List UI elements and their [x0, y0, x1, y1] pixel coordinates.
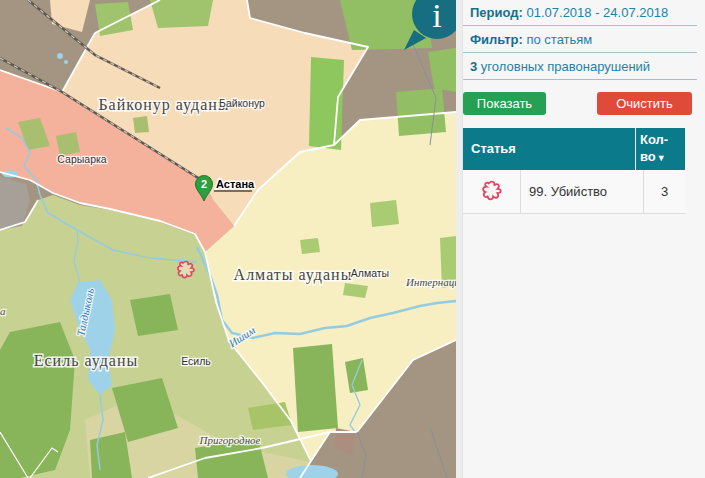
place-label-edge-cut: а	[0, 305, 6, 317]
clear-button[interactable]: Очистить	[597, 92, 692, 115]
violations-count-text: уголовных правонарушений	[481, 59, 650, 74]
filter-value: по статьям	[526, 32, 592, 47]
place-label-esil: Есиль	[181, 355, 211, 367]
table-header: Статья Кол-во▼	[463, 128, 685, 170]
count-cell: 3	[644, 170, 685, 213]
column-header-article: Статья	[463, 128, 635, 170]
action-buttons: Показать Очистить	[463, 81, 705, 126]
side-panel: Период: 01.07.2018 - 24.07.2018 Фильтр: …	[463, 0, 705, 478]
table-row[interactable]: 99. Убийство 3	[463, 170, 685, 214]
info-icon: i	[432, 0, 441, 34]
show-button[interactable]: Показать	[463, 92, 546, 115]
place-label-saryarka: Сарыарка	[57, 153, 106, 165]
place-label-prigorodnoe: Пригородное	[199, 434, 261, 446]
capital-label-astana: Астана	[216, 178, 255, 190]
marker-count: 2	[201, 178, 207, 190]
map[interactable]: Байконур ауданы Байконур Сарыарка Алматы…	[0, 0, 456, 478]
panel-scroll-strip[interactable]	[456, 0, 463, 478]
article-cell: 99. Убийство	[521, 170, 644, 213]
articles-table: Статья Кол-во▼ 99. Убийство 3	[463, 128, 685, 214]
period-label: Период:	[470, 5, 523, 20]
place-label-baykonur: Байконур	[219, 97, 265, 109]
district-label-almaty: Алматы ауданы	[234, 266, 353, 284]
violations-count: 3	[470, 59, 477, 74]
violations-count-row: 3 уголовных правонарушений	[463, 54, 705, 78]
crime-category-icon-cell	[463, 170, 521, 213]
sort-desc-icon: ▼	[657, 153, 666, 163]
divider	[463, 52, 697, 53]
filter-label: Фильтр:	[470, 32, 523, 47]
crime-icon-map[interactable]	[178, 262, 194, 278]
district-label-esil: Есиль ауданы	[34, 352, 139, 370]
period-row: Период: 01.07.2018 - 24.07.2018	[463, 0, 705, 24]
column-header-count[interactable]: Кол-во▼	[635, 128, 685, 170]
period-value: 01.07.2018 - 24.07.2018	[526, 5, 668, 20]
filter-row: Фильтр: по статьям	[463, 27, 705, 51]
crime-category-icon	[480, 179, 504, 203]
place-label-almaty: Алматы	[351, 267, 389, 279]
place-label-internatsionalnoe: Интернаци	[405, 276, 456, 288]
district-label-baykonur: Байконур ауданы	[98, 96, 229, 114]
divider	[463, 25, 697, 26]
divider	[463, 79, 697, 80]
